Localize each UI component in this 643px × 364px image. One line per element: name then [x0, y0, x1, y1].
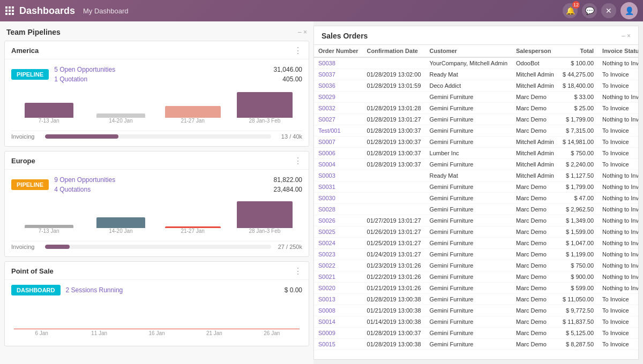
order-number-cell[interactable]: S0027: [314, 114, 363, 125]
europe-quotation-link[interactable]: 4 Quotations: [54, 186, 91, 193]
table-row[interactable]: S0014 01/14/2019 13:00:38 Gemini Furnitu…: [314, 316, 639, 328]
col-invoice-status: Invoice Status: [598, 45, 639, 57]
america-pipeline-button[interactable]: PIPELINE: [11, 69, 49, 80]
table-row[interactable]: S0027 01/28/2019 13:01:27 Gemini Furnitu…: [314, 114, 639, 125]
table-row[interactable]: S0026 01/27/2019 13:01:27 Gemini Furnitu…: [314, 215, 639, 226]
order-number-cell[interactable]: S0025: [314, 226, 363, 238]
table-row[interactable]: S0007 01/28/2019 13:00:37 Gemini Furnitu…: [314, 136, 639, 148]
team-pipelines-close[interactable]: – ×: [298, 28, 307, 36]
pos-menu-icon[interactable]: ⋮: [294, 266, 302, 276]
grid-icon[interactable]: [5, 6, 14, 15]
order-number-cell[interactable]: S0024: [314, 238, 363, 249]
america-open-opp-link[interactable]: 5 Open Opportunities: [54, 66, 115, 73]
table-row[interactable]: S0029 Gemini Furniture Marc Demo $ 33.00…: [314, 92, 639, 103]
order-number-cell[interactable]: S0021: [314, 271, 363, 283]
pos-dashboard-button[interactable]: DASHBOARD: [11, 285, 61, 295]
america-progress-bar: [45, 134, 271, 139]
order-number-cell[interactable]: S0037: [314, 69, 363, 80]
order-number-cell[interactable]: S0009: [314, 328, 363, 339]
table-row[interactable]: S0009 01/28/2019 13:00:37 Gemini Furnitu…: [314, 328, 639, 339]
confirmation-date-cell: 01/28/2019 13:02:00: [363, 69, 425, 80]
europe-chart-label-3: 21-27 Jan: [158, 228, 228, 234]
table-row[interactable]: S0021 01/22/2019 13:01:26 Gemini Furnitu…: [314, 271, 639, 283]
europe-pipeline-button[interactable]: PIPELINE: [11, 179, 49, 190]
close-button[interactable]: ✕: [601, 3, 616, 18]
total-cell: $ 2,962.50: [558, 204, 598, 215]
europe-menu-icon[interactable]: ⋮: [294, 156, 302, 166]
order-number-cell[interactable]: S0036: [314, 80, 363, 92]
order-number-cell[interactable]: S0006: [314, 148, 363, 159]
table-row[interactable]: S0006 01/28/2019 13:00:37 Lumber Inc Mit…: [314, 148, 639, 159]
customer-cell: Gemini Furniture: [425, 193, 512, 204]
table-row[interactable]: S0036 01/28/2019 13:01:59 Deco Addict Mi…: [314, 80, 639, 92]
order-number-cell[interactable]: S0004: [314, 159, 363, 170]
table-row[interactable]: S0015 01/28/2019 13:00:38 Gemini Furnitu…: [314, 339, 639, 350]
order-number-cell[interactable]: S0032: [314, 103, 363, 114]
table-row[interactable]: S0004 01/28/2019 13:00:37 Gemini Furnitu…: [314, 159, 639, 170]
customer-cell: Gemini Furniture: [425, 92, 512, 103]
chat-button[interactable]: 💬: [582, 3, 597, 18]
table-row[interactable]: S0030 Gemini Furniture Marc Demo $ 47.00…: [314, 193, 639, 204]
pos-chart-label-4: 21 Jan: [186, 330, 242, 336]
order-number-cell[interactable]: S0023: [314, 249, 363, 260]
europe-open-opp-val: 81,822.00: [274, 176, 302, 184]
order-number-cell[interactable]: S0020: [314, 283, 363, 294]
europe-progress-bar: [45, 245, 271, 249]
europe-chart-label-4: 28 Jan-3 Feb: [230, 228, 300, 234]
salesperson-cell: Mitchell Admin: [512, 159, 558, 170]
order-number-cell[interactable]: S0007: [314, 136, 363, 148]
total-cell: $ 599.00: [558, 283, 598, 294]
order-number-cell[interactable]: S0028: [314, 204, 363, 215]
total-cell: $ 14,981.00: [558, 136, 598, 148]
customer-cell: Gemini Furniture: [425, 316, 512, 328]
table-row[interactable]: S0024 01/25/2019 13:01:27 Gemini Furnitu…: [314, 238, 639, 249]
confirmation-date-cell: 01/24/2019 13:01:27: [363, 249, 425, 260]
table-row[interactable]: S0008 01/21/2019 13:00:38 Gemini Furnitu…: [314, 305, 639, 316]
total-cell: $ 2,240.00: [558, 159, 598, 170]
total-cell: $ 1,799.00: [558, 114, 598, 125]
svg-rect-7: [9, 13, 11, 15]
pos-chart-label-3: 16 Jan: [129, 330, 184, 336]
table-row[interactable]: S0037 01/28/2019 13:02:00 Ready Mat Mitc…: [314, 69, 639, 80]
salesperson-cell: Marc Demo: [512, 271, 558, 283]
salesperson-cell: Marc Demo: [512, 339, 558, 350]
america-menu-icon[interactable]: ⋮: [294, 46, 302, 56]
invoice-status-cell: Nothing to Invoice: [598, 238, 639, 249]
america-quotation-link[interactable]: 1 Quotation: [54, 75, 87, 83]
order-number-cell[interactable]: S0013: [314, 294, 363, 305]
order-number-cell[interactable]: S0031: [314, 181, 363, 193]
europe-open-opp-link[interactable]: 9 Open Opportunities: [54, 176, 115, 184]
table-row[interactable]: Test/001 01/28/2019 13:00:37 Gemini Furn…: [314, 125, 639, 136]
america-quotation-val: 405.00: [282, 75, 302, 83]
table-row[interactable]: S0031 Gemini Furniture Marc Demo $ 1,799…: [314, 181, 639, 193]
sales-orders-close[interactable]: – ×: [622, 32, 631, 40]
america-invoicing-label: Invoicing: [11, 133, 41, 140]
notifications-button[interactable]: 🔔 12: [563, 3, 578, 18]
table-row[interactable]: S0022 01/23/2019 13:01:26 Gemini Furnitu…: [314, 260, 639, 271]
order-number-cell[interactable]: S0026: [314, 215, 363, 226]
table-row[interactable]: S0020 01/21/2019 13:01:26 Gemini Furnitu…: [314, 283, 639, 294]
table-row[interactable]: S0013 01/28/2019 13:00:38 Gemini Furnitu…: [314, 294, 639, 305]
order-number-cell[interactable]: S0038: [314, 57, 363, 69]
pos-sessions-link[interactable]: 2 Sessions Running: [66, 286, 123, 294]
order-number-cell[interactable]: Test/001: [314, 125, 363, 136]
total-cell: $ 750.00: [558, 260, 598, 271]
order-number-cell[interactable]: S0030: [314, 193, 363, 204]
table-row[interactable]: S0023 01/24/2019 13:01:27 Gemini Furnitu…: [314, 249, 639, 260]
col-customer: Customer: [425, 45, 512, 57]
order-number-cell[interactable]: S0008: [314, 305, 363, 316]
order-number-cell[interactable]: S0029: [314, 92, 363, 103]
customer-cell: Gemini Furniture: [425, 136, 512, 148]
table-row[interactable]: S0038 YourCompany, Mitchell Admin OdooBo…: [314, 57, 639, 69]
order-number-cell[interactable]: S0003: [314, 170, 363, 181]
table-row[interactable]: S0003 Ready Mat Mitchell Admin $ 1,127.5…: [314, 170, 639, 181]
table-row[interactable]: S0028 Gemini Furniture Marc Demo $ 2,962…: [314, 204, 639, 215]
table-row[interactable]: S0025 01/26/2019 13:01:27 Gemini Furnitu…: [314, 226, 639, 238]
user-avatar[interactable]: 👤: [620, 2, 638, 19]
chat-icon: 💬: [585, 6, 594, 15]
order-number-cell[interactable]: S0015: [314, 339, 363, 350]
order-number-cell[interactable]: S0014: [314, 316, 363, 328]
table-row[interactable]: S0032 01/28/2019 13:01:28 Gemini Furnitu…: [314, 103, 639, 114]
order-number-cell[interactable]: S0022: [314, 260, 363, 271]
notification-badge: 12: [572, 1, 580, 9]
